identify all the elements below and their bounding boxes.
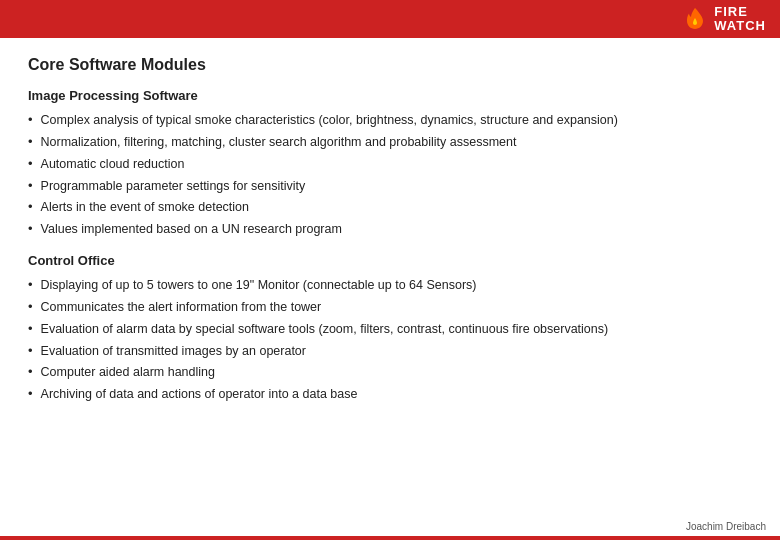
image-processing-section: Image Processing Software Complex analys… [28, 88, 752, 239]
author-label: Joachim Dreibach [686, 521, 766, 532]
list-item: Complex analysis of typical smoke charac… [28, 111, 752, 130]
list-item: Automatic cloud reduction [28, 155, 752, 174]
page-title: Core Software Modules [28, 56, 752, 74]
list-item: Displaying of up to 5 towers to one 19" … [28, 276, 752, 295]
list-item: Communicates the alert information from … [28, 298, 752, 317]
main-content: Core Software Modules Image Processing S… [0, 38, 780, 428]
control-office-section: Control Office Displaying of up to 5 tow… [28, 253, 752, 404]
logo-text: FIRE WATCH [714, 5, 766, 34]
logo-fire-text: FIRE [714, 5, 766, 19]
top-bar: FIRE WATCH [0, 0, 780, 38]
list-item: Normalization, filtering, matching, clus… [28, 133, 752, 152]
logo-container: FIRE WATCH [682, 5, 766, 34]
image-processing-list: Complex analysis of typical smoke charac… [28, 111, 752, 239]
bottom-bar [0, 536, 780, 540]
list-item: Values implemented based on a UN researc… [28, 220, 752, 239]
list-item: Archiving of data and actions of operato… [28, 385, 752, 404]
control-office-title: Control Office [28, 253, 752, 268]
list-item: Evaluation of transmitted images by an o… [28, 342, 752, 361]
list-item: Alerts in the event of smoke detection [28, 198, 752, 217]
list-item: Evaluation of alarm data by special soft… [28, 320, 752, 339]
control-office-list: Displaying of up to 5 towers to one 19" … [28, 276, 752, 404]
image-processing-title: Image Processing Software [28, 88, 752, 103]
list-item: Programmable parameter settings for sens… [28, 177, 752, 196]
list-item: Computer aided alarm handling [28, 363, 752, 382]
logo-watch-text: WATCH [714, 19, 766, 33]
fire-icon [682, 6, 708, 32]
